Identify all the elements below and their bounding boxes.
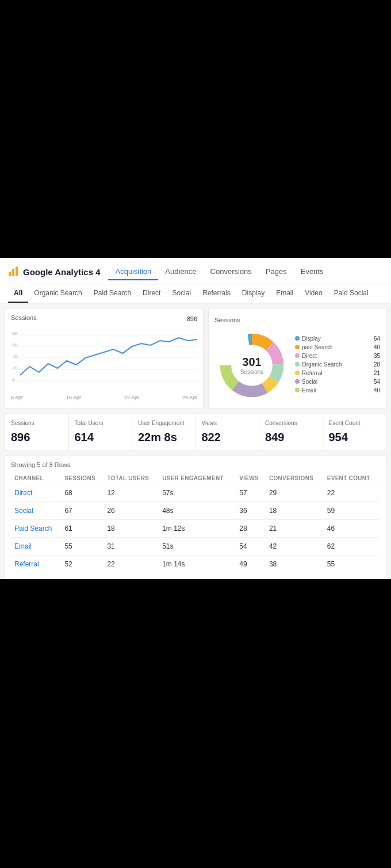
cell-total-users: 18 bbox=[103, 520, 159, 538]
line-chart-card: Sessions 896 0 20 40 60 80 bbox=[5, 308, 204, 409]
table-row: Social 67 26 48s 36 18 59 bbox=[11, 502, 380, 520]
col-total-users: Total Users bbox=[103, 473, 159, 484]
legend-dot-email bbox=[295, 388, 300, 392]
col-sessions: Sessions bbox=[61, 473, 103, 484]
nav-audience[interactable]: Audience bbox=[158, 264, 203, 280]
app-title-group: Google Analytics 4 bbox=[8, 265, 100, 279]
legend-dot-social bbox=[295, 379, 300, 384]
legend-name-direct: Direct bbox=[302, 353, 371, 359]
cell-views: 49 bbox=[236, 555, 266, 573]
cell-sessions: 68 bbox=[61, 484, 103, 502]
cell-user-engagement: 1m 14s bbox=[159, 555, 236, 573]
table-row: Paid Search 61 18 1m 12s 28 21 46 bbox=[11, 520, 380, 538]
cell-views: 36 bbox=[236, 502, 266, 520]
line-chart-area: 0 20 40 60 80 bbox=[11, 323, 197, 392]
legend-display: Display 64 bbox=[295, 335, 380, 342]
nav-events[interactable]: Events bbox=[294, 264, 331, 280]
header: Google Analytics 4 Acquisition Audience … bbox=[0, 258, 391, 284]
subnav-all[interactable]: All bbox=[8, 284, 28, 303]
donut-area: 301 Sessions Display 64 paid Search 40 bbox=[214, 328, 380, 403]
cell-conversions: 38 bbox=[266, 555, 324, 573]
cell-total-users: 31 bbox=[103, 538, 159, 555]
donut-chart-label: Sessions bbox=[214, 317, 240, 323]
svg-rect-0 bbox=[9, 272, 11, 276]
x-label-1: 8 Apr bbox=[11, 395, 23, 400]
cell-event-count: 59 bbox=[324, 502, 380, 520]
legend-email: Email 40 bbox=[295, 387, 380, 394]
cell-sessions: 55 bbox=[61, 538, 103, 555]
subnav-direct[interactable]: Direct bbox=[137, 284, 166, 303]
col-conversions: Conversions bbox=[266, 473, 324, 484]
legend-val-paid-search: 40 bbox=[374, 344, 380, 350]
table-row: Referral 52 22 1m 14s 49 38 55 bbox=[11, 555, 380, 573]
col-channel: Channel bbox=[11, 473, 61, 484]
cell-channel[interactable]: Social bbox=[11, 502, 61, 520]
metric-label-total-users: Total Users bbox=[75, 420, 126, 426]
donut-center-number: 301 bbox=[240, 356, 264, 369]
legend-val-display: 64 bbox=[374, 335, 380, 342]
table-row: Email 55 31 51s 54 42 62 bbox=[11, 538, 380, 555]
nav-pages[interactable]: Pages bbox=[259, 264, 294, 280]
black-top-area bbox=[0, 0, 391, 258]
cell-total-users: 12 bbox=[103, 484, 159, 502]
cell-sessions: 67 bbox=[61, 502, 103, 520]
metric-label-sessions: Sessions bbox=[11, 420, 63, 426]
cell-event-count: 46 bbox=[324, 520, 380, 538]
header-top: Google Analytics 4 Acquisition Audience … bbox=[8, 264, 383, 284]
svg-text:60: 60 bbox=[12, 342, 18, 348]
nav-acquisition[interactable]: Acquisition bbox=[108, 264, 158, 280]
cell-conversions: 42 bbox=[266, 538, 324, 555]
subnav-email[interactable]: Email bbox=[270, 284, 299, 303]
cell-channel[interactable]: Direct bbox=[11, 484, 61, 502]
subnav-paid-social[interactable]: Paid Social bbox=[328, 284, 374, 303]
legend-social: Social 54 bbox=[295, 379, 380, 385]
x-label-3: 22 Apr bbox=[124, 395, 139, 400]
metric-total-users: Total Users 614 bbox=[68, 414, 133, 450]
analytics-icon bbox=[8, 265, 20, 279]
metric-value-user-engagement: 22m 8s bbox=[138, 431, 190, 444]
metric-label-event-count: Event Count bbox=[329, 420, 381, 426]
legend-name-email: Email bbox=[302, 387, 371, 394]
cell-sessions: 61 bbox=[61, 520, 103, 538]
col-event-count: Event Count bbox=[324, 473, 380, 484]
donut-svg-wrap: 301 Sessions bbox=[214, 328, 289, 403]
cell-conversions: 29 bbox=[266, 484, 324, 502]
col-views: Views bbox=[236, 473, 266, 484]
cell-event-count: 22 bbox=[324, 484, 380, 502]
data-table: Channel Sessions Total Users User Engage… bbox=[11, 473, 380, 573]
svg-rect-2 bbox=[16, 267, 18, 276]
cell-channel[interactable]: Paid Search bbox=[11, 520, 61, 538]
line-chart-total: 896 bbox=[187, 315, 197, 322]
donut-chart-card: Sessions bbox=[208, 308, 386, 409]
metric-conversions: Conversions 849 bbox=[259, 414, 323, 450]
svg-text:0: 0 bbox=[12, 376, 15, 382]
legend-name-display: Display bbox=[302, 335, 371, 342]
app-container: Google Analytics 4 Acquisition Audience … bbox=[0, 258, 391, 579]
cell-user-engagement: 57s bbox=[159, 484, 236, 502]
table-header-row: Channel Sessions Total Users User Engage… bbox=[11, 473, 380, 484]
table-section: Showing 5 of 8 Rows Channel Sessions Tot… bbox=[5, 455, 386, 579]
legend-dot-display bbox=[295, 336, 300, 341]
cell-views: 54 bbox=[236, 538, 266, 555]
cell-event-count: 55 bbox=[324, 555, 380, 573]
legend-direct: Direct 35 bbox=[295, 353, 380, 359]
legend-val-referral: 21 bbox=[374, 370, 380, 376]
x-label-4: 29 Apr bbox=[182, 395, 197, 400]
subnav-display[interactable]: Display bbox=[236, 284, 270, 303]
cell-user-engagement: 48s bbox=[159, 502, 236, 520]
metric-views: Views 822 bbox=[195, 414, 260, 450]
cell-conversions: 21 bbox=[266, 520, 324, 538]
legend-dot-direct bbox=[295, 353, 300, 358]
nav-conversions[interactable]: Conversions bbox=[204, 264, 259, 280]
cell-sessions: 52 bbox=[61, 555, 103, 573]
cell-user-engagement: 1m 12s bbox=[159, 520, 236, 538]
subnav-organic-search[interactable]: Organic Search bbox=[28, 284, 87, 303]
subnav-paid-search[interactable]: Paid Search bbox=[88, 284, 137, 303]
cell-channel[interactable]: Email bbox=[11, 538, 61, 555]
charts-row: Sessions 896 0 20 40 60 80 bbox=[0, 303, 391, 414]
cell-channel[interactable]: Referral bbox=[11, 555, 61, 573]
legend-dot-organic bbox=[295, 362, 300, 367]
subnav-referrals[interactable]: Referrals bbox=[197, 284, 236, 303]
subnav-video[interactable]: Video bbox=[299, 284, 328, 303]
subnav-social[interactable]: Social bbox=[166, 284, 197, 303]
